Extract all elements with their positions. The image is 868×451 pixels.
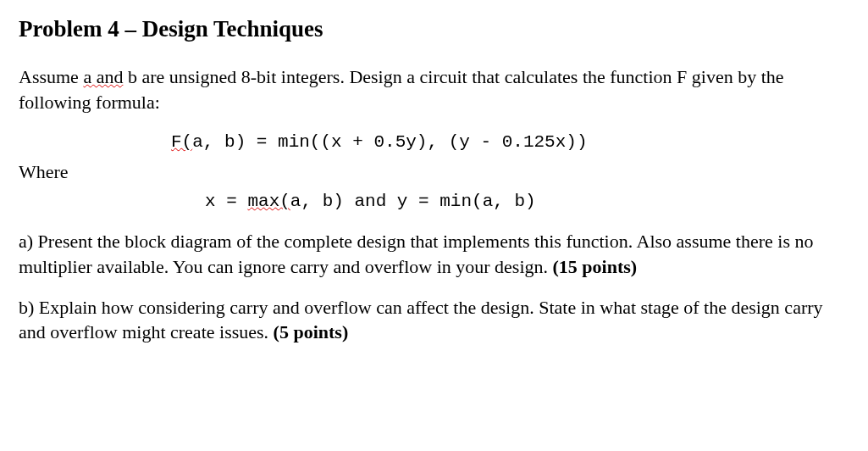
formula-f-spell: F(: [171, 132, 192, 152]
formula-f: F(a, b) = min((x + 0.5y), (y - 0.125x)): [19, 131, 849, 154]
intro-text-1: Assume: [19, 66, 83, 87]
intro-spellcheck: a and: [83, 66, 123, 87]
part-b-points: (5 points): [274, 321, 349, 342]
formula-xy-rest: a, b) and y = min(a, b): [290, 192, 536, 211]
part-a-points: (15 points): [553, 256, 638, 277]
formula-xy-spell: max(: [247, 192, 290, 211]
part-a-text: a) Present the block diagram of the comp…: [19, 231, 813, 277]
formula-xy: x = max(a, b) and y = min(a, b): [19, 190, 849, 214]
part-a: a) Present the block diagram of the comp…: [19, 229, 849, 279]
where-label: Where: [19, 159, 849, 185]
intro-paragraph: Assume a and b are unsigned 8-bit intege…: [19, 64, 849, 114]
part-b-text: b) Explain how considering carry and ove…: [19, 297, 823, 343]
part-b: b) Explain how considering carry and ove…: [19, 295, 849, 345]
intro-text-2: b are unsigned 8-bit integers. Design a …: [19, 66, 784, 113]
problem-title: Problem 4 – Design Techniques: [19, 15, 849, 42]
formula-block: F(a, b) = min((x + 0.5y), (y - 0.125x)) …: [19, 131, 849, 214]
formula-f-rest: a, b) = min((x + 0.5y), (y - 0.125x)): [192, 132, 587, 152]
formula-xy-pre: x =: [205, 192, 247, 211]
